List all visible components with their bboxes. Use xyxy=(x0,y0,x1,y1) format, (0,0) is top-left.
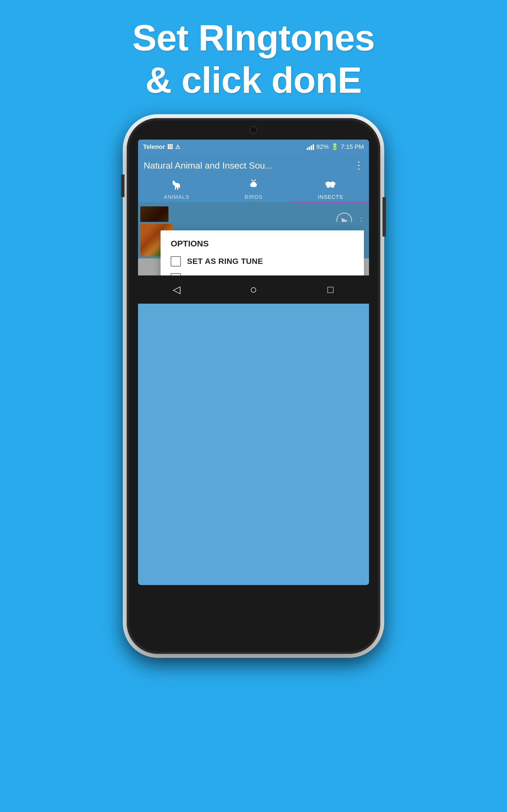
side-button-left xyxy=(121,174,124,197)
phone-screen: Telenor 🖼 ⚠ 92% 🔋 7:15 PM Natural Animal… xyxy=(138,140,369,585)
headline-line2: & click donE xyxy=(132,59,375,101)
ring-tune-checkbox[interactable] xyxy=(171,256,181,266)
svg-rect-3 xyxy=(177,187,178,190)
alert-icon: ⚠ xyxy=(175,144,180,150)
gallery-icon: 🖼 xyxy=(167,144,173,150)
battery-level: 92% xyxy=(316,143,329,151)
option-row-message: SET AS MESSAGE TUNE xyxy=(171,273,350,275)
signal-icon xyxy=(307,144,314,150)
side-button-right xyxy=(383,197,386,237)
status-bar: Telenor 🖼 ⚠ 92% 🔋 7:15 PM xyxy=(138,140,369,154)
tab-insects[interactable]: INSECTS xyxy=(292,177,369,202)
options-dialog: OPTIONS SET AS RING TUNE SET AS MESSAGE … xyxy=(161,231,360,275)
phone-device: Telenor 🖼 ⚠ 92% 🔋 7:15 PM Natural Animal… xyxy=(127,118,380,654)
tab-animals-label: ANIMALS xyxy=(164,194,189,200)
tab-bar: ANIMALS BIRDS xyxy=(138,177,369,202)
headline-line1: Set RIngtones xyxy=(132,17,375,59)
overflow-menu-icon[interactable]: ⋮ xyxy=(354,160,363,171)
battery-icon: 🔋 xyxy=(331,143,339,151)
animals-icon xyxy=(171,179,182,193)
ring-tune-label: SET AS RING TUNE xyxy=(187,257,263,266)
option-row-ring: SET AS RING TUNE xyxy=(171,256,350,266)
nav-bar: ◁ ○ □ xyxy=(138,275,369,304)
status-left: Telenor 🖼 ⚠ xyxy=(143,143,180,151)
message-tune-checkbox[interactable] xyxy=(171,273,181,275)
message-tune-label: SET AS MESSAGE TUNE xyxy=(187,274,283,275)
content-area: ▶ ⋮ OPTIONS SET AS RING TUNE xyxy=(138,202,369,275)
birds-icon xyxy=(248,179,259,193)
tab-animals[interactable]: ANIMALS xyxy=(138,177,215,202)
tab-birds[interactable]: BIRDS xyxy=(215,177,292,202)
app-header: Natural Animal and Insect Sou... ⋮ xyxy=(138,154,369,177)
app-title: Natural Animal and Insect Sou... xyxy=(144,160,272,171)
status-right: 92% 🔋 7:15 PM xyxy=(307,143,364,151)
dialog-title: OPTIONS xyxy=(171,239,350,248)
recent-button[interactable]: □ xyxy=(322,281,339,298)
svg-rect-2 xyxy=(175,187,176,190)
clock: 7:15 PM xyxy=(341,143,364,151)
front-camera xyxy=(249,126,258,134)
svg-rect-4 xyxy=(179,186,180,188)
headline: Set RIngtones & click donE xyxy=(132,17,375,101)
tab-birds-label: BIRDS xyxy=(244,194,262,200)
home-button[interactable]: ○ xyxy=(245,281,262,298)
insects-icon xyxy=(325,179,336,193)
tab-insects-label: INSECTS xyxy=(318,194,343,200)
carrier-name: Telenor xyxy=(143,143,165,151)
back-button[interactable]: ◁ xyxy=(168,281,185,298)
